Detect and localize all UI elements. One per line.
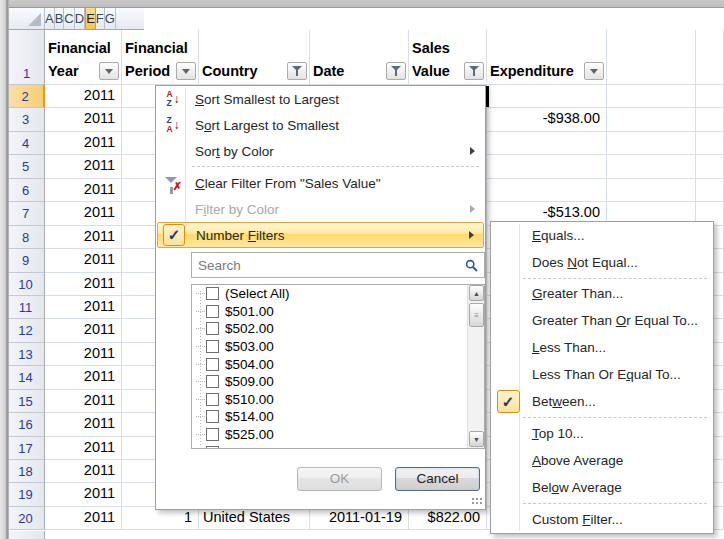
list-item[interactable]: $514.00 xyxy=(192,408,484,426)
submenu-item-custom-filter[interactable]: Custom Filter... xyxy=(492,506,712,533)
list-item[interactable]: $502.00 xyxy=(192,320,484,338)
cell-financial-year[interactable]: 2011 xyxy=(45,179,122,202)
filter-funnel-button[interactable] xyxy=(464,62,484,80)
row-header[interactable]: 2 xyxy=(9,85,45,108)
header-cell-partial[interactable] xyxy=(696,30,724,85)
cell-expenditure[interactable]: -$938.00 xyxy=(487,108,607,131)
menu-item-sort-smallest-to-largest[interactable]: AZ↓ Sort Smallest to Largest xyxy=(157,86,484,112)
submenu-item-less-than-or-equal[interactable]: Less Than Or Equal To... xyxy=(492,361,712,388)
submenu-item-does-not-equal[interactable]: Does Not Equal... xyxy=(492,249,712,276)
cell-financial-year[interactable]: 2011 xyxy=(45,155,122,178)
cell-partial[interactable] xyxy=(696,85,724,108)
column-header-partial[interactable] xyxy=(116,8,144,30)
row-header[interactable]: 17 xyxy=(9,437,45,460)
cell-expenditure[interactable] xyxy=(487,132,607,155)
cell-date[interactable]: 2011-01-19 xyxy=(310,507,409,530)
scroll-down-button[interactable]: ▼ xyxy=(469,431,484,447)
submenu-item-above-average[interactable]: Above Average xyxy=(492,447,712,474)
row-header[interactable]: 3 xyxy=(9,108,45,131)
row-header[interactable]: 12 xyxy=(9,319,45,342)
cell-country[interactable]: United States xyxy=(199,507,310,530)
filter-funnel-button[interactable] xyxy=(287,62,307,80)
cell-partial[interactable] xyxy=(696,132,724,155)
checkbox[interactable] xyxy=(206,410,219,423)
column-header[interactable]: B xyxy=(55,8,65,30)
cell-expenditure[interactable] xyxy=(487,155,607,178)
checkbox[interactable] xyxy=(206,305,219,318)
checkbox[interactable] xyxy=(206,322,219,335)
cell-financial-year[interactable]: 2011 xyxy=(45,273,122,296)
scroll-thumb[interactable]: ≡ xyxy=(469,303,484,327)
cell-empty[interactable] xyxy=(607,108,696,131)
header-cell-financial-period[interactable]: Financial Period xyxy=(122,30,199,85)
filter-dropdown-button[interactable] xyxy=(176,62,196,80)
row-header[interactable]: 16 xyxy=(9,413,45,436)
list-item[interactable]: $510.00 xyxy=(192,391,484,409)
row-header[interactable]: 5 xyxy=(9,155,45,178)
cell-financial-year[interactable]: 2011 xyxy=(45,132,122,155)
menu-item-number-filters[interactable]: ✓ Number Filters xyxy=(157,222,484,248)
search-input[interactable] xyxy=(192,258,465,273)
cell-financial-year[interactable]: 2011 xyxy=(45,413,122,436)
row-header[interactable]: 4 xyxy=(9,132,45,155)
cell-financial-year[interactable]: 2011 xyxy=(45,319,122,342)
list-item[interactable]: $504.00 xyxy=(192,355,484,373)
filter-dropdown-button[interactable] xyxy=(99,62,119,80)
cancel-button[interactable]: Cancel xyxy=(395,467,480,491)
row-header[interactable]: 6 xyxy=(9,179,45,202)
cell-partial[interactable] xyxy=(696,179,724,202)
header-cell-expenditure[interactable]: Expenditure xyxy=(487,30,607,85)
row-header[interactable]: 18 xyxy=(9,460,45,483)
row-header[interactable]: 8 xyxy=(9,226,45,249)
submenu-item-greater-than[interactable]: Greater Than... xyxy=(492,280,712,307)
column-header[interactable]: D xyxy=(75,8,85,30)
row-header[interactable]: 11 xyxy=(9,296,45,319)
cell-expenditure[interactable] xyxy=(487,85,607,108)
cell-partial[interactable] xyxy=(696,155,724,178)
resize-grip[interactable] xyxy=(471,497,482,506)
checkbox[interactable] xyxy=(206,428,219,441)
header-cell-financial-year[interactable]: Financial Year xyxy=(45,30,122,85)
menu-item-sort-largest-to-smallest[interactable]: ZA↓ Sort Largest to Smallest xyxy=(157,112,484,138)
column-header[interactable]: G xyxy=(105,8,116,30)
cell-financial-year[interactable]: 2011 xyxy=(45,108,122,131)
row-header[interactable]: 13 xyxy=(9,343,45,366)
column-header[interactable]: A xyxy=(45,8,55,30)
menu-item-clear-filter[interactable]: ✗ Clear Filter From "Sales Value" xyxy=(157,170,484,196)
cell-financial-year[interactable]: 2011 xyxy=(45,483,122,506)
cell-empty[interactable] xyxy=(607,132,696,155)
filter-dropdown-button[interactable] xyxy=(584,62,604,80)
cell-financial-year[interactable]: 2011 xyxy=(45,343,122,366)
list-item[interactable]: (Select All) xyxy=(192,285,484,303)
list-item[interactable]: $501.00 xyxy=(192,303,484,321)
row-header[interactable]: 10 xyxy=(9,273,45,296)
header-cell-empty[interactable] xyxy=(607,30,696,85)
row-header-1[interactable]: 1 xyxy=(9,30,45,85)
cell-empty[interactable] xyxy=(607,155,696,178)
column-header[interactable]: C xyxy=(64,8,74,30)
cell-financial-year[interactable]: 2011 xyxy=(45,460,122,483)
submenu-item-greater-than-or-equal[interactable]: Greater Than Or Equal To... xyxy=(492,307,712,334)
row-header[interactable]: 20 xyxy=(9,507,45,530)
checkbox[interactable] xyxy=(206,358,219,371)
column-header[interactable]: F xyxy=(96,8,105,30)
row-header[interactable]: 9 xyxy=(9,249,45,272)
cell-financial-year[interactable]: 2011 xyxy=(45,437,122,460)
list-item[interactable]: $503.00 xyxy=(192,338,484,356)
cell-financial-year[interactable]: 2011 xyxy=(45,390,122,413)
header-cell-date[interactable]: Date xyxy=(310,30,409,85)
submenu-item-top-10[interactable]: Top 10... xyxy=(492,420,712,447)
submenu-item-less-than[interactable]: Less Than... xyxy=(492,334,712,361)
scroll-up-button[interactable]: ▲ xyxy=(469,285,484,301)
cell-expenditure[interactable] xyxy=(487,179,607,202)
row-header[interactable]: 14 xyxy=(9,366,45,389)
cell-financial-year[interactable]: 2011 xyxy=(45,249,122,272)
cell-financial-year[interactable]: 2011 xyxy=(45,366,122,389)
cell-financial-year[interactable]: 2011 xyxy=(45,507,122,530)
cell-financial-year[interactable]: 2011 xyxy=(45,296,122,319)
row-header[interactable]: 7 xyxy=(9,202,45,225)
cell-financial-year[interactable]: 2011 xyxy=(45,85,122,108)
submenu-item-below-average[interactable]: Below Average xyxy=(492,474,712,501)
checkbox[interactable] xyxy=(206,375,219,388)
row-header[interactable]: 19 xyxy=(9,483,45,506)
